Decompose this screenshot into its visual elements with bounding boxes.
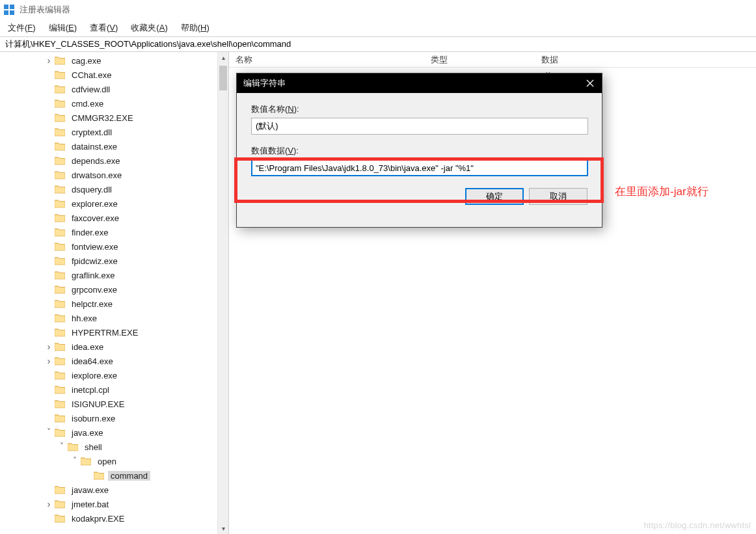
tree-item-label: kodakprv.EXE [69, 514, 127, 524]
chevron-right-icon [44, 199, 53, 208]
tree-item[interactable]: javaw.exe [0, 483, 228, 497]
tree-item[interactable]: iexplore.exe [0, 368, 228, 382]
tree-item[interactable]: dsquery.dll [0, 182, 228, 196]
tree-item-label: idea.exe [69, 342, 106, 352]
tree-item[interactable]: fontview.exe [0, 239, 228, 254]
tree-scrollbar[interactable]: ▴ ▾ [217, 52, 228, 534]
column-data[interactable]: 数据 [535, 54, 756, 66]
scroll-thumb[interactable] [219, 66, 227, 90]
folder-icon [55, 485, 65, 494]
chevron-right-icon [44, 385, 53, 394]
tree-item[interactable]: ›idea64.exe [0, 354, 228, 368]
tree-item[interactable]: ›jmeter.bat [0, 497, 228, 511]
folder-icon [68, 442, 78, 451]
tree-item[interactable]: ›cag.exe [0, 53, 228, 68]
tree-item-label: helpctr.exe [69, 299, 115, 309]
tree-item[interactable]: ˅shell [0, 440, 228, 454]
tree-item-label: finder.exe [69, 228, 111, 237]
value-data-input[interactable] [251, 159, 588, 176]
chevron-right-icon [44, 142, 53, 151]
close-icon[interactable] [578, 73, 602, 93]
scroll-track[interactable] [218, 63, 228, 523]
tree-item[interactable]: isoburn.exe [0, 411, 228, 425]
menu-view[interactable]: 查看(V) [86, 21, 122, 35]
folder-icon [55, 285, 65, 294]
chevron-right-icon [44, 414, 53, 423]
address-input[interactable] [4, 39, 752, 50]
chevron-right-icon [44, 99, 53, 108]
ok-button[interactable]: 确定 [465, 188, 524, 205]
tree-item[interactable]: cryptext.dll [0, 125, 228, 139]
tree-item[interactable]: cdfview.dll [0, 82, 228, 96]
menu-favorites[interactable]: 收藏夹(A) [127, 21, 171, 35]
chevron-right-icon[interactable]: › [44, 499, 53, 508]
tree-item-label: javaw.exe [69, 485, 111, 495]
tree-item[interactable]: drwatson.exe [0, 168, 228, 182]
svg-rect-0 [4, 5, 8, 9]
chevron-down-icon[interactable]: ˅ [70, 456, 79, 465]
chevron-right-icon [44, 485, 53, 494]
tree-item[interactable]: CChat.exe [0, 68, 228, 82]
tree-item-label: CChat.exe [69, 70, 114, 80]
folder-icon [55, 500, 65, 509]
tree-item[interactable]: helpctr.exe [0, 297, 228, 311]
folder-icon [55, 185, 65, 194]
chevron-right-icon [44, 228, 53, 237]
tree-item-label: ISIGNUP.EXE [69, 399, 127, 409]
cancel-button[interactable]: 取消 [529, 188, 587, 205]
address-bar [0, 36, 756, 52]
tree-item[interactable]: command [0, 468, 228, 483]
folder-icon [55, 428, 65, 437]
tree-item[interactable]: ˅java.exe [0, 425, 228, 440]
tree-item[interactable]: cmd.exe [0, 96, 228, 111]
chevron-right-icon [83, 471, 92, 480]
value-name-label: 数值名称(N): [251, 103, 587, 115]
folder-icon [55, 85, 65, 94]
chevron-down-icon[interactable]: ˅ [44, 427, 53, 436]
tree-item[interactable]: CMMGR32.EXE [0, 111, 228, 125]
window-title: 注册表编辑器 [20, 4, 70, 16]
column-name[interactable]: 名称 [229, 54, 424, 66]
menu-edit[interactable]: 编辑(E) [45, 21, 81, 35]
tree-item[interactable]: datainst.exe [0, 139, 228, 154]
tree-item-label: idea64.exe [69, 356, 116, 366]
folder-icon [55, 228, 65, 237]
scroll-up-icon[interactable]: ▴ [218, 52, 228, 63]
tree-item[interactable]: finder.exe [0, 225, 228, 239]
tree-panel: ›cag.exeCChat.execdfview.dllcmd.exeCMMGR… [0, 52, 229, 534]
tree-item-label: fontview.exe [69, 242, 121, 252]
tree-item[interactable]: HYPERTRM.EXE [0, 325, 228, 340]
chevron-right-icon [44, 256, 53, 265]
tree-item-label: cryptext.dll [69, 127, 115, 137]
dialog-titlebar[interactable]: 编辑字符串 [237, 73, 602, 93]
chevron-right-icon[interactable]: › [44, 341, 53, 351]
folder-icon [55, 56, 65, 65]
tree-item[interactable]: fpidcwiz.exe [0, 254, 228, 268]
tree-item[interactable]: graflink.exe [0, 268, 228, 282]
tree-item[interactable]: explorer.exe [0, 196, 228, 211]
tree-item[interactable]: ›idea.exe [0, 340, 228, 354]
tree-item[interactable]: hh.exe [0, 311, 228, 325]
tree-item-label: fpidcwiz.exe [69, 256, 120, 266]
folder-icon [55, 70, 65, 79]
chevron-right-icon[interactable]: › [44, 55, 53, 64]
tree-item[interactable]: inetcpl.cpl [0, 382, 228, 397]
tree-item[interactable]: kodakprv.EXE [0, 511, 228, 526]
tree-item[interactable]: ISIGNUP.EXE [0, 397, 228, 411]
chevron-down-icon[interactable]: ˅ [57, 442, 66, 451]
folder-icon [55, 127, 65, 137]
tree-item[interactable]: faxcover.exe [0, 211, 228, 225]
window-titlebar: 注册表编辑器 [0, 0, 756, 20]
tree-item[interactable]: grpconv.exe [0, 282, 228, 297]
folder-icon [55, 385, 65, 394]
chevron-right-icon [44, 156, 53, 165]
value-name-input[interactable] [251, 118, 588, 135]
menu-file[interactable]: 文件(F) [4, 21, 40, 35]
tree-item[interactable]: depends.exe [0, 154, 228, 168]
chevron-right-icon[interactable]: › [44, 356, 53, 365]
menu-help[interactable]: 帮助(H) [177, 21, 213, 35]
scroll-down-icon[interactable]: ▾ [218, 523, 228, 534]
tree-item-label: datainst.exe [69, 142, 120, 152]
tree-item[interactable]: ˅open [0, 454, 228, 468]
column-type[interactable]: 类型 [424, 54, 535, 66]
